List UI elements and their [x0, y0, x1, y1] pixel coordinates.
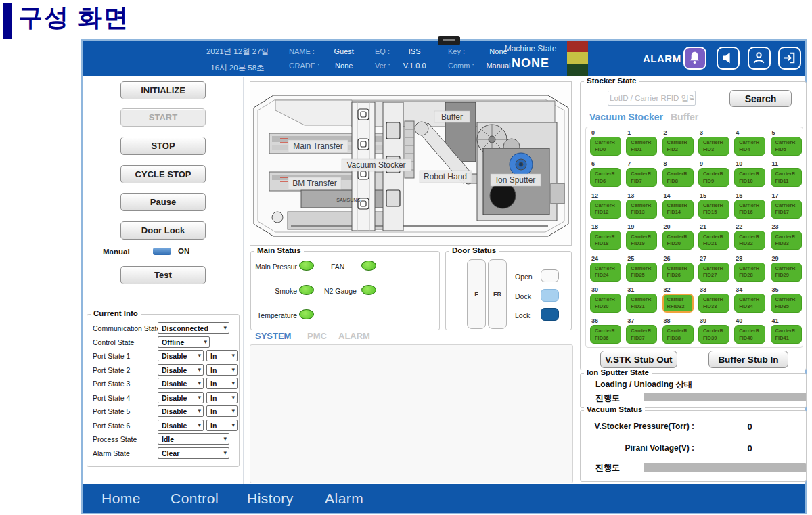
- nav-home[interactable]: Home: [102, 484, 141, 513]
- carrier-cell-39[interactable]: CarrierRFID39: [698, 325, 729, 344]
- nav-alarm[interactable]: Alarm: [325, 484, 363, 513]
- state-dropdown[interactable]: Disable▾: [158, 378, 204, 389]
- carrier-cell-20[interactable]: CarrierRFID20: [662, 231, 694, 250]
- speaker-icon: [719, 49, 736, 66]
- carrier-cell-29[interactable]: CarrierRFID29: [771, 263, 802, 282]
- carrier-cell-41[interactable]: CarrierRFID41: [771, 325, 802, 344]
- search-button[interactable]: Search: [729, 90, 792, 107]
- carrier-cell-1[interactable]: CarrierRFID1: [626, 137, 657, 156]
- tab-alarm[interactable]: ALARM: [338, 331, 370, 341]
- tab-vacuum-stocker[interactable]: Vacuum Stocker: [589, 112, 663, 122]
- user-button[interactable]: [748, 47, 771, 70]
- carrier-cell-31[interactable]: CarrierRFID31: [626, 294, 657, 313]
- stocker-slot-23: 23CarrierRFID23: [771, 223, 803, 250]
- slot-number: 9: [698, 160, 731, 168]
- carrier-cell-34[interactable]: CarrierRFID34: [734, 294, 765, 313]
- carrier-cell-38[interactable]: CarrierRFID38: [662, 325, 694, 344]
- state-dropdown[interactable]: In▾: [206, 350, 238, 361]
- carrier-cell-16[interactable]: CarrierRFID16: [734, 200, 765, 219]
- carrier-cell-37[interactable]: CarrierRFID37: [626, 325, 657, 344]
- tab-system[interactable]: SYSTEM: [255, 331, 291, 341]
- stocker-slot-14: 14CarrierRFID14: [662, 192, 695, 219]
- tab-pmc[interactable]: PMC: [307, 331, 327, 341]
- door-lock-button[interactable]: Door Lock: [120, 221, 206, 240]
- vacuum-status-title: Vacuum Status: [584, 405, 645, 413]
- pause-button[interactable]: Pause: [120, 193, 206, 211]
- cycle-stop-button[interactable]: CYCLE STOP: [120, 165, 206, 183]
- manual-mode-toggle[interactable]: [153, 248, 171, 255]
- carrier-cell-14[interactable]: CarrierRFID14: [662, 200, 694, 219]
- chevron-down-icon: ▾: [198, 352, 201, 359]
- state-dropdown[interactable]: Clear▾: [158, 447, 229, 459]
- state-dropdown[interactable]: In▾: [206, 378, 238, 389]
- state-dropdown[interactable]: In▾: [206, 420, 238, 431]
- carrier-cell-0[interactable]: CarrierRFID0: [590, 137, 621, 156]
- buffer-stub-in-button[interactable]: Buffer Stub In: [708, 351, 788, 368]
- test-button[interactable]: Test: [120, 266, 206, 284]
- slot-number: 4: [734, 129, 767, 137]
- carrier-cell-33[interactable]: CarrierRFID33: [698, 294, 729, 313]
- carrier-cell-12[interactable]: CarrierRFID12: [590, 200, 621, 219]
- carrier-cell-13[interactable]: CarrierRFID13: [626, 200, 657, 219]
- machine-state-value: NONE: [497, 56, 564, 70]
- carrier-cell-22[interactable]: CarrierRFID22: [734, 231, 765, 250]
- carrier-cell-7[interactable]: CarrierRFID7: [626, 168, 657, 187]
- alarm-bell-button[interactable]: [683, 47, 706, 70]
- logout-button[interactable]: [778, 47, 801, 70]
- carrier-cell-27[interactable]: CarrierRFID27: [698, 263, 729, 282]
- start-button[interactable]: START: [120, 108, 206, 127]
- alarm-label: ALARM: [643, 53, 681, 64]
- nav-history[interactable]: History: [247, 484, 294, 513]
- carrier-cell-11[interactable]: CarrierRFID11: [771, 168, 802, 187]
- state-dropdown[interactable]: Disable▾: [158, 364, 204, 376]
- sound-button[interactable]: [717, 47, 740, 70]
- carrier-cell-32[interactable]: CarrierRFID32: [662, 294, 694, 313]
- state-dropdown[interactable]: Disable▾: [158, 350, 204, 361]
- carrier-cell-35[interactable]: CarrierRFID35: [771, 294, 802, 313]
- state-dropdown[interactable]: Disable▾: [158, 420, 204, 431]
- dropdown-value: Clear: [162, 449, 179, 457]
- stocker-slot-30: 30CarrierRFID30: [590, 286, 623, 313]
- carrier-cell-18[interactable]: CarrierRFID18: [590, 231, 621, 250]
- nav-control[interactable]: Control: [171, 484, 219, 513]
- header-eq-fields: EQ : ISS Ver : V.1.0.0: [375, 47, 430, 70]
- state-dropdown[interactable]: Disable▾: [158, 392, 204, 403]
- carrier-cell-25[interactable]: CarrierRFID25: [626, 263, 657, 282]
- initialize-button[interactable]: INITIALIZE: [120, 81, 206, 99]
- carrier-cell-9[interactable]: CarrierRFID9: [698, 168, 729, 187]
- carrier-cell-8[interactable]: CarrierRFID8: [662, 168, 694, 187]
- carrier-cell-15[interactable]: CarrierRFID15: [698, 200, 729, 219]
- state-dropdown[interactable]: Disable▾: [158, 405, 204, 417]
- carrier-cell-2[interactable]: CarrierRFID2: [662, 137, 694, 156]
- carrier-cell-17[interactable]: CarrierRFID17: [771, 200, 802, 219]
- machine-layout-drawing: SAMSUNG Buffer Main Transfer Vacuum Stoc…: [250, 82, 571, 245]
- carrier-cell-5[interactable]: CarrierRFID5: [771, 137, 802, 156]
- carrier-cell-3[interactable]: CarrierRFID3: [698, 137, 729, 156]
- carrier-cell-19[interactable]: CarrierRFID19: [626, 231, 657, 250]
- carrier-cell-6[interactable]: CarrierRFID6: [590, 168, 621, 187]
- carrier-cell-28[interactable]: CarrierRFID28: [734, 263, 765, 282]
- state-dropdown[interactable]: Disconnected▾: [158, 322, 229, 334]
- carrier-cell-26[interactable]: CarrierRFID26: [662, 263, 694, 282]
- lotid-search-input[interactable]: [608, 91, 696, 106]
- carrier-cell-36[interactable]: CarrierRFID36: [590, 325, 621, 344]
- carrier-cell-30[interactable]: CarrierRFID30: [590, 294, 621, 313]
- carrier-cell-40[interactable]: CarrierRFID40: [734, 325, 765, 344]
- carrier-cell-23[interactable]: CarrierRFID23: [771, 231, 802, 250]
- state-dropdown[interactable]: In▾: [206, 364, 238, 376]
- carrier-cell-21[interactable]: CarrierRFID21: [698, 231, 729, 250]
- ion-progress-bar: [644, 393, 806, 401]
- diagram-label-robot-hand: Robot Hand: [424, 172, 467, 181]
- carrier-cell-4[interactable]: CarrierRFID4: [734, 137, 765, 156]
- state-dropdown[interactable]: Offline▾: [158, 336, 210, 348]
- chevron-down-icon: ▾: [231, 352, 235, 359]
- carrier-cell-10[interactable]: CarrierRFID10: [734, 168, 765, 187]
- carrier-cell-24[interactable]: CarrierRFID24: [590, 263, 621, 282]
- state-dropdown[interactable]: In▾: [206, 405, 238, 417]
- stocker-slot-24: 24CarrierRFID24: [590, 255, 623, 282]
- vstk-stub-out-button[interactable]: V.STK Stub Out: [600, 351, 677, 368]
- state-dropdown[interactable]: In▾: [206, 392, 238, 403]
- tab-buffer[interactable]: Buffer: [671, 112, 698, 122]
- stop-button[interactable]: STOP: [120, 137, 206, 155]
- state-dropdown[interactable]: Idle▾: [158, 433, 229, 445]
